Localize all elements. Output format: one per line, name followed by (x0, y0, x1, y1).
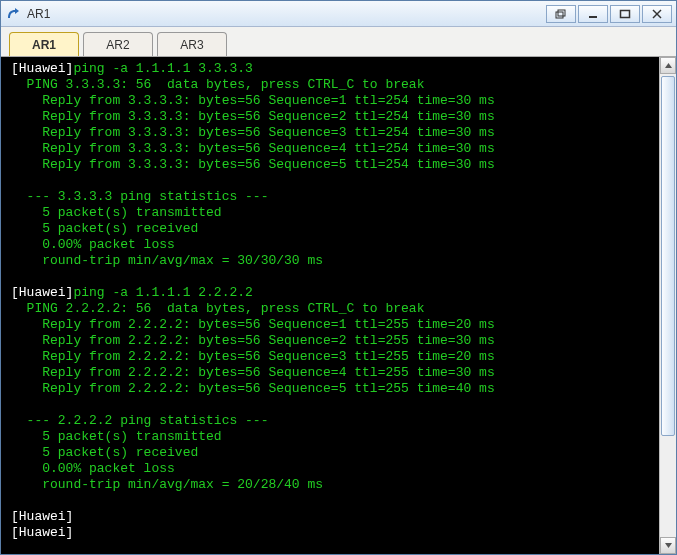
maximize-button[interactable] (610, 5, 640, 23)
tab-ar3[interactable]: AR3 (157, 32, 227, 56)
window-buttons (544, 5, 672, 23)
tab-label: AR2 (106, 38, 129, 52)
window-title: AR1 (27, 7, 544, 21)
titlebar: AR1 (1, 1, 676, 27)
tab-label: AR1 (32, 38, 56, 52)
svg-rect-1 (558, 10, 565, 16)
scrollbar (659, 57, 676, 554)
app-window: AR1 AR1 AR2 AR3 [Huawei]ping -a 1.1.1.1 … (0, 0, 677, 555)
tab-bar: AR1 AR2 AR3 (1, 27, 676, 57)
terminal[interactable]: [Huawei]ping -a 1.1.1.1 3.3.3.3 PING 3.3… (1, 57, 659, 554)
svg-rect-3 (621, 10, 630, 17)
tab-ar1[interactable]: AR1 (9, 32, 79, 56)
tab-label: AR3 (180, 38, 203, 52)
scroll-up-button[interactable] (660, 57, 676, 74)
scroll-down-button[interactable] (660, 537, 676, 554)
scroll-thumb[interactable] (661, 76, 675, 436)
restore-button[interactable] (546, 5, 576, 23)
terminal-wrap: [Huawei]ping -a 1.1.1.1 3.3.3.3 PING 3.3… (1, 57, 676, 554)
tab-ar2[interactable]: AR2 (83, 32, 153, 56)
svg-rect-0 (556, 12, 563, 18)
minimize-button[interactable] (578, 5, 608, 23)
app-icon (5, 6, 21, 22)
close-button[interactable] (642, 5, 672, 23)
scroll-track[interactable] (660, 74, 676, 537)
